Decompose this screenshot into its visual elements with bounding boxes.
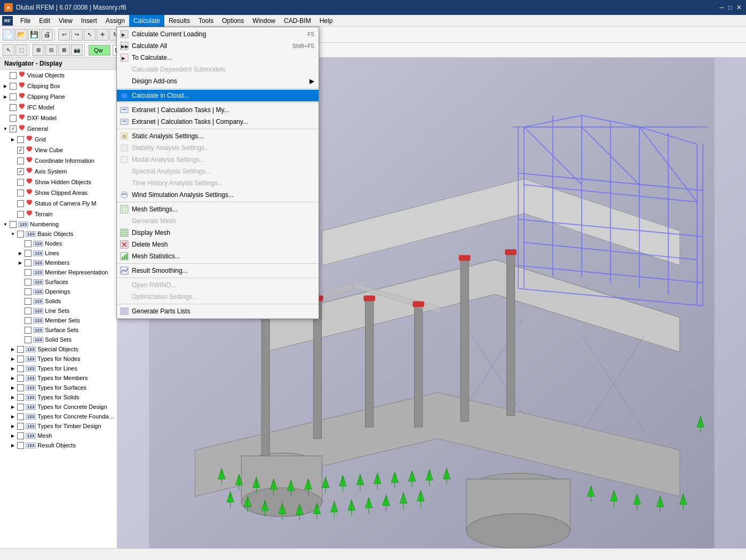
expand-arrow-icon[interactable]: ▶ [17, 250, 23, 256]
nav-item-showhiddenobjects[interactable]: Show Hidden Objects [0, 177, 117, 187]
nav-checkbox[interactable] [17, 211, 24, 218]
result-smoothing[interactable]: Result Smoothing... [117, 265, 319, 277]
expand-arrow-icon[interactable]: ▶ [2, 93, 9, 100]
toolbar-move[interactable]: ✛ [97, 29, 108, 41]
calc-cloud[interactable]: Calculate in Cloud... [117, 90, 319, 101]
expand-arrow-icon[interactable]: ▶ [10, 423, 16, 429]
nav-item-dxfmodel[interactable]: DXF Model [0, 113, 117, 123]
nav-checkbox[interactable] [17, 375, 24, 382]
nav-checkbox[interactable] [10, 115, 17, 122]
nav-item-clippingbox[interactable]: ▶Clipping Box [0, 81, 117, 91]
wind-simulation-settings[interactable]: Wind Simulation Analysis Settings... [117, 189, 319, 201]
expand-arrow-icon[interactable]: ▶ [10, 375, 16, 381]
nav-checkbox[interactable] [25, 279, 31, 286]
toolbar-redo[interactable]: ↪ [71, 29, 83, 41]
minimize-btn[interactable]: ─ [719, 4, 724, 11]
menu-edit[interactable]: Edit [35, 15, 54, 27]
nav-checkbox[interactable] [17, 190, 24, 196]
nav-checkbox[interactable] [25, 269, 31, 276]
nav-checkbox[interactable] [25, 336, 31, 343]
to-calculate[interactable]: ▶ To Calculate... [117, 52, 319, 64]
nav-checkbox[interactable] [17, 200, 24, 207]
expand-arrow-icon[interactable]: ▶ [10, 432, 16, 439]
toolbar-new[interactable]: 📄 [3, 29, 14, 41]
nav-checkbox[interactable] [25, 288, 31, 295]
menu-window[interactable]: Window [248, 15, 280, 27]
expand-arrow-icon[interactable]: ▶ [2, 83, 9, 89]
nav-item-solidsets[interactable]: 123Solid Sets [0, 335, 117, 344]
nav-item-showclippedareas[interactable]: Show Clipped Areas [0, 187, 117, 198]
expand-arrow-icon[interactable]: ▶ [10, 346, 16, 352]
nav-checkbox[interactable] [17, 423, 24, 430]
nav-item-typesforsolids[interactable]: ▶123Types for Solids [0, 392, 117, 402]
nav-checkbox[interactable] [17, 136, 24, 143]
nav-checkbox[interactable]: ✓ [10, 125, 17, 132]
nav-item-numbering[interactable]: ▼123Numbering [0, 219, 117, 229]
nav-item-resultobjects[interactable]: ▶123Result Objects [0, 440, 117, 450]
static-analysis-settings[interactable]: ⚙ Static Analysis Settings... [117, 130, 319, 142]
nav-checkbox[interactable] [17, 365, 24, 372]
load-combo-selector[interactable]: Qw [89, 45, 110, 56]
nav-item-axissystem[interactable]: ✓Axis System [0, 166, 117, 177]
tb2-select-rect[interactable]: ⬚ [15, 44, 27, 56]
calc-current-loading[interactable]: ▶ Calculate Current Loading F5 [117, 28, 319, 40]
nav-checkbox[interactable] [17, 442, 24, 449]
nav-item-members[interactable]: ▶123Members [0, 258, 117, 267]
nav-item-statusofcameraflym[interactable]: Status of Camera Fly M [0, 198, 117, 209]
nav-checkbox[interactable] [25, 298, 31, 305]
expand-arrow-icon[interactable]: ▼ [2, 221, 9, 227]
nav-item-basicobjects[interactable]: ▼123Basic Objects [0, 229, 117, 239]
nav-checkbox[interactable] [17, 157, 24, 164]
nav-checkbox[interactable] [17, 346, 24, 353]
nav-item-solids[interactable]: 123Solids [0, 296, 117, 306]
nav-item-memberrepresentation[interactable]: 123Member Representation [0, 267, 117, 277]
nav-checkbox[interactable] [25, 307, 31, 314]
nav-checkbox[interactable] [25, 317, 31, 324]
nav-checkbox[interactable] [17, 384, 24, 391]
tb2-cursor[interactable]: ↖ [3, 44, 14, 56]
nav-checkbox[interactable] [25, 259, 31, 266]
tb2-camera[interactable]: 📷 [71, 44, 83, 56]
nav-item-typesforconcretedesi[interactable]: ▶123Types for Concrete Design [0, 402, 117, 412]
nav-checkbox[interactable] [10, 72, 17, 79]
delete-mesh[interactable]: Delete Mesh [117, 239, 319, 250]
design-addons[interactable]: Design Add-ons ▶ [117, 75, 319, 87]
nav-item-linesets[interactable]: 123Line Sets [0, 306, 117, 316]
menu-assign[interactable]: Assign [101, 15, 129, 27]
toolbar-undo[interactable]: ↩ [58, 29, 70, 41]
expand-arrow-icon[interactable]: ▶ [10, 404, 16, 410]
expand-arrow-icon[interactable]: ▶ [17, 259, 23, 266]
menu-view[interactable]: View [54, 15, 77, 27]
maximize-btn[interactable]: □ [728, 4, 732, 11]
nav-item-typesforconcretefoun[interactable]: ▶123Types for Concrete Foundation Design [0, 412, 117, 421]
nav-item-membersets[interactable]: 123Member Sets [0, 316, 117, 325]
nav-checkbox[interactable] [10, 221, 17, 228]
nav-item-ifcmodel[interactable]: IFC Model [0, 102, 117, 113]
toolbar-open[interactable]: 📂 [15, 29, 27, 41]
nav-item-typesformembers[interactable]: ▶123Types for Members [0, 373, 117, 383]
menu-options[interactable]: Options [218, 15, 248, 27]
menu-help[interactable]: Help [315, 15, 337, 27]
nav-item-clippingplane[interactable]: ▶Clipping Plane [0, 91, 117, 102]
mesh-statistics[interactable]: Mesh Statistics... [117, 250, 319, 262]
nav-checkbox[interactable] [25, 327, 31, 334]
nav-item-mesh[interactable]: ▶123Mesh [0, 431, 117, 440]
tb2-view3[interactable]: ⊠ [58, 44, 70, 56]
toolbar-print[interactable]: 🖨 [41, 29, 53, 41]
nav-checkbox[interactable] [17, 179, 24, 186]
nav-item-typesfortimberdesign[interactable]: ▶123Types for Timber Design [0, 421, 117, 431]
expand-arrow-icon[interactable]: ▶ [10, 356, 16, 362]
close-btn[interactable]: ✕ [736, 4, 742, 11]
nav-checkbox[interactable] [17, 356, 24, 362]
nav-checkbox[interactable]: ✓ [17, 147, 24, 154]
nav-checkbox[interactable] [17, 413, 24, 420]
menu-tools[interactable]: Tools [194, 15, 218, 27]
nav-checkbox[interactable] [10, 93, 17, 100]
expand-arrow-icon[interactable]: ▼ [10, 231, 16, 237]
nav-item-viewcube[interactable]: ✓View Cube [0, 145, 117, 155]
toolbar-save[interactable]: 💾 [28, 29, 40, 41]
nav-item-coordinateinformatio[interactable]: Coordinate Information [0, 155, 117, 166]
extranet-my[interactable]: Extranet | Calculation Tasks | My... [117, 104, 319, 116]
expand-arrow-icon[interactable]: ▶ [10, 413, 16, 420]
nav-item-surfacesets[interactable]: 123Surface Sets [0, 325, 117, 335]
